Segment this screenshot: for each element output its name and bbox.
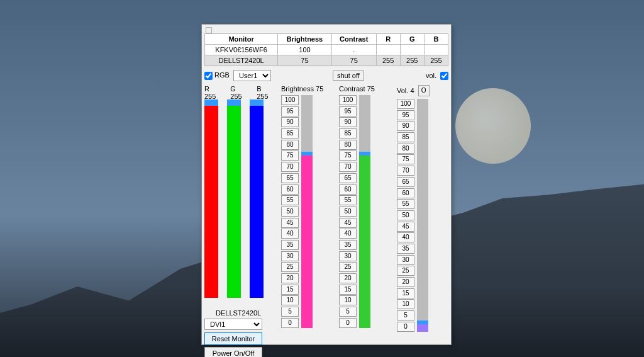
tick-button[interactable]: 35 (281, 240, 299, 250)
tick-button[interactable]: 55 (397, 199, 414, 209)
tick-button[interactable]: 10 (339, 295, 357, 305)
tick-button[interactable]: 55 (339, 195, 357, 205)
tick-button[interactable]: 15 (397, 288, 414, 298)
shutoff-button[interactable]: shut off (333, 71, 364, 81)
tick-button[interactable]: 40 (339, 229, 357, 239)
reset-monitor-button[interactable]: Reset Monitor (204, 332, 262, 345)
tick-button[interactable]: 50 (281, 207, 299, 217)
tick-button[interactable]: 40 (281, 229, 299, 239)
tick-button[interactable]: 0 (281, 318, 299, 328)
volume-label: Vol. 4 (397, 87, 414, 94)
tick-button[interactable]: 50 (339, 207, 357, 217)
tick-button[interactable]: 30 (397, 255, 414, 265)
brightness-label: Brightness 75 (281, 85, 331, 93)
tick-button[interactable]: 25 (397, 266, 414, 276)
table-header[interactable]: Contrast (331, 34, 376, 45)
vol-checkbox[interactable] (440, 72, 448, 80)
table-header[interactable]: R (376, 34, 400, 45)
tick-button[interactable]: 35 (339, 240, 357, 250)
tick-button[interactable]: 45 (281, 218, 299, 228)
brightness-slider[interactable] (301, 95, 313, 328)
brightness-panel: Brightness 75 10095908580757065605550454… (281, 85, 331, 357)
tick-button[interactable]: 0 (339, 318, 357, 328)
tick-button[interactable]: 95 (281, 106, 299, 116)
tick-button[interactable]: 85 (281, 128, 299, 139)
tick-button[interactable]: 60 (397, 188, 414, 198)
tick-button[interactable]: 5 (339, 307, 357, 317)
tick-button[interactable]: 5 (397, 310, 414, 320)
volume-o-button[interactable]: O (418, 85, 430, 96)
tick-button[interactable]: 20 (397, 277, 414, 287)
tick-button[interactable]: 85 (339, 128, 357, 139)
tick-button[interactable]: 60 (339, 184, 357, 195)
vol-checkbox-label: vol. (426, 72, 436, 79)
tick-button[interactable]: 80 (281, 140, 299, 150)
rgb-checkbox[interactable]: RGB (204, 71, 230, 80)
tick-button[interactable]: 50 (397, 210, 414, 220)
tick-button[interactable]: 0 (397, 322, 414, 332)
tick-button[interactable]: 30 (281, 251, 299, 261)
tick-button[interactable]: 70 (339, 162, 357, 172)
tick-button[interactable]: 10 (281, 295, 299, 305)
tick-button[interactable]: 80 (397, 144, 414, 154)
tick-button[interactable]: 40 (397, 232, 414, 242)
tick-button[interactable]: 100 (281, 95, 299, 105)
power-button[interactable]: Power On/Off (204, 347, 262, 357)
b-label: B 255 (257, 85, 274, 100)
tick-button[interactable]: 45 (397, 222, 414, 232)
tick-button[interactable]: 25 (281, 262, 299, 272)
tick-button[interactable]: 65 (397, 177, 414, 187)
tick-button[interactable]: 95 (397, 110, 414, 120)
tick-button[interactable]: 25 (339, 262, 357, 272)
tick-button[interactable]: 15 (339, 285, 357, 295)
tick-button[interactable]: 35 (397, 244, 414, 254)
monitor-control-window: MonitorBrightnessContrastRGB KFKV0€156WF… (201, 24, 452, 345)
tick-button[interactable]: 70 (281, 162, 299, 172)
tick-button[interactable]: 55 (281, 195, 299, 205)
table-header[interactable]: B (424, 34, 448, 45)
tick-button[interactable]: 95 (339, 106, 357, 116)
tick-button[interactable]: 20 (339, 273, 357, 283)
r-slider[interactable] (204, 103, 218, 298)
tick-button[interactable]: 90 (281, 117, 299, 127)
tick-button[interactable]: 75 (281, 150, 299, 161)
r-label: R 255 (204, 85, 221, 100)
tick-button[interactable]: 90 (339, 117, 357, 127)
tick-button[interactable]: 5 (281, 307, 299, 317)
table-header[interactable]: Brightness (278, 34, 332, 45)
g-label: G 255 (230, 85, 248, 100)
tick-button[interactable]: 100 (339, 95, 357, 105)
volume-slider[interactable] (417, 99, 428, 332)
volume-panel: Vol. 4 O 1009590858075706560555045403530… (397, 85, 447, 357)
rgb-panel: R 255 G 255 B 255 DELLST2420L DVI1 Reset… (204, 85, 274, 357)
tick-button[interactable]: 85 (397, 132, 414, 142)
input-select[interactable]: DVI1 (204, 319, 262, 330)
tick-button[interactable]: 90 (397, 121, 414, 131)
contrast-label: Contrast 75 (339, 85, 389, 93)
tick-button[interactable]: 75 (397, 154, 414, 164)
tick-button[interactable]: 70 (397, 166, 414, 176)
tick-button[interactable]: 20 (281, 273, 299, 283)
tick-button[interactable]: 100 (397, 99, 414, 109)
table-row[interactable]: DELLST2420L7575255255255 (205, 55, 448, 66)
table-header[interactable]: G (400, 34, 424, 45)
preset-select[interactable]: User1 (233, 70, 271, 81)
tick-button[interactable]: 65 (281, 173, 299, 183)
tick-button[interactable]: 80 (339, 140, 357, 150)
monitor-table[interactable]: MonitorBrightnessContrastRGB KFKV0€156WF… (204, 33, 448, 66)
table-header[interactable]: Monitor (205, 34, 278, 45)
tick-button[interactable]: 15 (281, 285, 299, 295)
g-slider[interactable] (227, 103, 241, 298)
tick-button[interactable]: 10 (397, 299, 414, 309)
tick-button[interactable]: 65 (339, 173, 357, 183)
tick-button[interactable]: 75 (339, 150, 357, 161)
tick-button[interactable]: 30 (339, 251, 357, 261)
tick-button[interactable]: 60 (281, 184, 299, 195)
contrast-panel: Contrast 75 1009590858075706560555045403… (339, 85, 389, 357)
table-row[interactable]: KFKV0€156WF6100. (205, 45, 448, 55)
contrast-slider[interactable] (359, 95, 370, 328)
tick-button[interactable]: 45 (339, 218, 357, 228)
selected-monitor-name: DELLST2420L (204, 309, 274, 317)
b-slider[interactable] (250, 103, 264, 298)
window-titlebar[interactable] (204, 27, 448, 32)
